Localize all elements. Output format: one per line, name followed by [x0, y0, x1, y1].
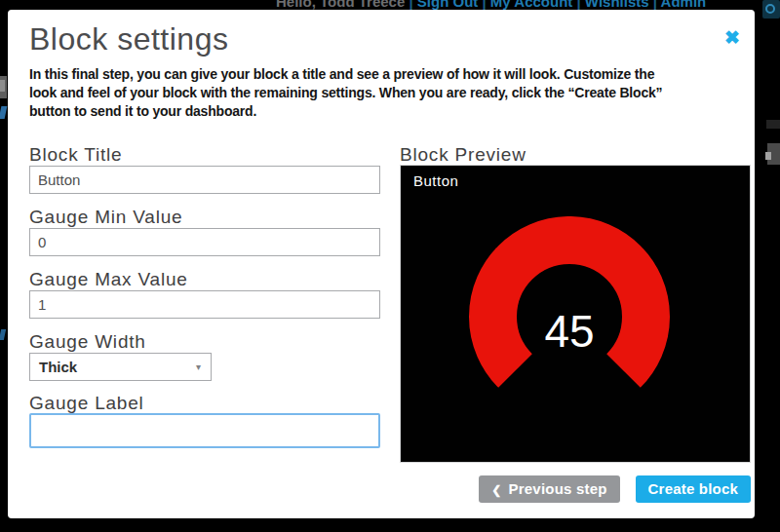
create-block-label: Create block [648, 480, 738, 497]
create-block-button[interactable]: Create block [636, 475, 751, 503]
block-settings-modal: Block settings ✖ In this final step, you… [8, 10, 755, 518]
preview-block-title: Button [413, 172, 458, 189]
background-fragment [766, 120, 780, 129]
separator: | [576, 0, 580, 10]
background-fragment [765, 152, 771, 160]
selected-option: Thick [39, 359, 77, 375]
sign-out-link[interactable]: Sign Out [417, 0, 479, 10]
modal-description: In this final step, you can give your bl… [29, 65, 662, 121]
chevron-left-icon: ❮ [491, 483, 501, 497]
close-icon[interactable]: ✖ [722, 27, 743, 49]
gauge-widget: 45 [469, 216, 670, 417]
gauge-min-label: Gauge Min Value [29, 207, 182, 228]
background-fragment [0, 329, 6, 340]
topbar-corner-button[interactable] [762, 0, 780, 19]
description-line: In this final step, you can give your bl… [29, 65, 662, 84]
gauge-min-input[interactable] [29, 228, 380, 256]
gauge-label-label: Gauge Label [29, 393, 144, 414]
circle-icon [765, 4, 775, 14]
description-line: look and feel of your block with the rem… [29, 84, 662, 102]
gauge-width-select[interactable]: Thick ▾ [29, 353, 212, 381]
gauge-width-label: Gauge Width [29, 331, 146, 353]
separator: | [653, 0, 657, 10]
block-preview: Button 45 [400, 165, 751, 463]
previous-step-button[interactable]: ❮Previous step [479, 475, 619, 503]
separator: | [482, 0, 486, 10]
block-title-label: Block Title [29, 144, 122, 166]
gauge-label-input[interactable] [29, 413, 380, 448]
topbar-greeting-row: Hello, Todd Treece | Sign Out | My Accou… [276, 0, 706, 10]
gauge-max-input[interactable] [29, 290, 380, 319]
previous-step-label: Previous step [509, 480, 607, 497]
block-title-input[interactable] [29, 166, 380, 194]
page-title: Block settings [29, 21, 228, 57]
background-fragment [0, 106, 7, 119]
block-preview-label: Block Preview [400, 144, 526, 166]
wishlists-link[interactable]: Wishlists [585, 0, 649, 10]
description-line: button to send it to your dashboard. [29, 102, 662, 121]
background-fragment [0, 80, 5, 92]
topbar-greeting: Hello, Todd Treece [276, 0, 405, 10]
my-account-link[interactable]: My Account [490, 0, 572, 10]
gauge-value: 45 [469, 309, 670, 354]
gauge-max-label: Gauge Max Value [29, 269, 188, 290]
modal-footer: ❮Previous step Create block [479, 475, 751, 503]
separator: | [409, 0, 412, 10]
chevron-down-icon: ▾ [196, 361, 201, 372]
admin-link[interactable]: Admin [661, 0, 707, 10]
